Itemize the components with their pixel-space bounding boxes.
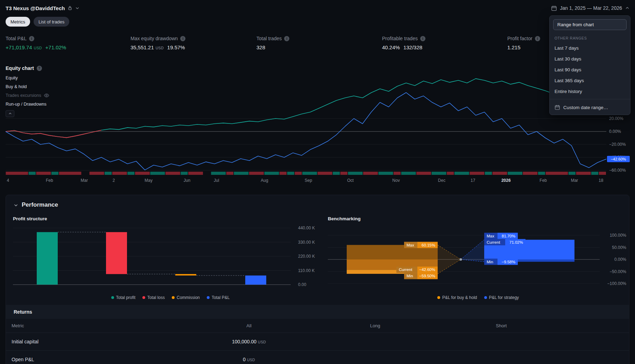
svg-text:330.00 K: 330.00 K bbox=[298, 240, 315, 245]
legend-item[interactable]: P&L for buy & hold bbox=[437, 295, 477, 300]
metric-total-trades: Total tradesi 328 bbox=[256, 36, 289, 50]
column-header: Long bbox=[324, 319, 426, 333]
range-last-90-days[interactable]: Last 90 days bbox=[550, 64, 630, 75]
page-title: T3 Nexus @DaviddTech bbox=[6, 5, 65, 11]
divider bbox=[550, 99, 630, 99]
chevron-up-icon bbox=[625, 6, 629, 10]
tab-list-of-trades[interactable]: List of trades bbox=[34, 17, 69, 27]
legend-item[interactable]: Total profit bbox=[111, 295, 135, 300]
section-title: Equity chart bbox=[6, 65, 34, 71]
strategy-selector[interactable]: T3 Nexus @DaviddTech bbox=[6, 5, 79, 11]
info-icon[interactable]: i bbox=[420, 36, 425, 41]
calendar-icon bbox=[551, 5, 557, 11]
metric-profit-factor: Profit factori 1.215 bbox=[507, 36, 540, 50]
performance-header[interactable]: Performance bbox=[6, 195, 629, 210]
lock-icon bbox=[68, 6, 72, 10]
performance-charts: Profit structure 440.00 K330.00 K220.00 … bbox=[6, 210, 629, 300]
legend-item[interactable]: Total loss bbox=[142, 295, 165, 300]
row-value bbox=[426, 336, 576, 348]
date-range-dropdown: Range from chart OTHER RANGES Last 7 day… bbox=[549, 15, 630, 115]
benchmarking-chart[interactable]: 100.00%50.00%0.00%−50.00%−100.00%Max60.1… bbox=[328, 224, 628, 292]
benchmarking-block: Benchmarking 100.00%50.00%0.00%−50.00%−1… bbox=[328, 216, 628, 300]
metric-profitable-trades: Profitable tradesi 40.24%132/328 bbox=[382, 36, 425, 50]
svg-text:Min: Min bbox=[407, 274, 413, 278]
metric-label: Profit factor bbox=[507, 36, 532, 41]
range-last-7-days[interactable]: Last 7 days bbox=[550, 43, 630, 53]
profit-structure-chart[interactable]: 440.00 K330.00 K220.00 K110.00 K0.00 bbox=[13, 224, 328, 292]
waterfall-bar[interactable] bbox=[175, 274, 196, 276]
svg-text:−100.00%: −100.00% bbox=[607, 281, 627, 286]
help-icon[interactable]: ? bbox=[37, 66, 42, 71]
svg-text:Max: Max bbox=[407, 243, 414, 247]
svg-text:Mar: Mar bbox=[571, 178, 578, 183]
range-last-365-days[interactable]: Last 365 days bbox=[550, 75, 630, 86]
metric-value: 40.24% bbox=[382, 44, 400, 50]
row-value: 100,000.00 bbox=[232, 339, 256, 344]
svg-text:Aug: Aug bbox=[261, 178, 268, 183]
eye-icon[interactable] bbox=[44, 93, 49, 98]
performance-panel: Performance Profit structure 440.00 K330… bbox=[6, 195, 629, 364]
svg-text:Sep: Sep bbox=[305, 178, 312, 183]
equity-chart[interactable]: 20.00%0.00%−20.00%−40.00%−60.00%4FebMar2… bbox=[0, 74, 635, 190]
waterfall-bar[interactable] bbox=[37, 232, 58, 285]
legend-label: Trades excursions bbox=[6, 93, 41, 98]
equity-chart-title: Equity chart ? bbox=[0, 62, 635, 74]
svg-text:Oct: Oct bbox=[347, 178, 354, 183]
svg-text:−60.00%: −60.00% bbox=[609, 168, 626, 173]
svg-text:Min: Min bbox=[487, 260, 493, 264]
legend-trades-excursions[interactable]: Trades excursions bbox=[6, 93, 49, 98]
svg-text:Current: Current bbox=[487, 240, 500, 244]
other-ranges-label: OTHER RANGES bbox=[550, 33, 630, 43]
column-header: Short bbox=[426, 319, 576, 333]
row-metric: Open P&L bbox=[6, 351, 174, 364]
metric-label: Max equity drawdown bbox=[130, 36, 178, 41]
info-icon[interactable]: i bbox=[29, 36, 34, 41]
legend-item[interactable]: P&L for strategy bbox=[484, 295, 519, 300]
svg-text:0.00%: 0.00% bbox=[614, 257, 626, 262]
svg-text:0.00: 0.00 bbox=[298, 282, 306, 287]
table-row: Initial capital 100,000.00 USD bbox=[6, 333, 629, 350]
legend-buy-hold[interactable]: Buy & hold bbox=[6, 84, 27, 90]
legend-equity[interactable]: Equity bbox=[6, 75, 18, 81]
profit-structure-legend: Total profitTotal lossCommissionTotal P&… bbox=[13, 295, 328, 300]
metric-label: Total trades bbox=[256, 36, 282, 41]
waterfall-bar[interactable] bbox=[245, 276, 266, 285]
column-header: All bbox=[174, 319, 324, 333]
metric-unit: USD bbox=[34, 46, 42, 50]
custom-date-range-label: Custom date range… bbox=[563, 105, 608, 110]
collapse-legend-button[interactable] bbox=[6, 110, 14, 117]
svg-text:−9.58%: −9.58% bbox=[502, 260, 515, 264]
waterfall-bar[interactable] bbox=[106, 232, 127, 274]
metrics-row: Total P&Li +71,019.74USD+71.02% Max equi… bbox=[0, 27, 635, 62]
metric-value: +71,019.74 bbox=[6, 44, 32, 50]
metric-total-pnl: Total P&Li +71,019.74USD+71.02% bbox=[6, 36, 66, 50]
svg-text:4: 4 bbox=[7, 178, 9, 183]
legend-label: Run-up / Drawdowns bbox=[6, 102, 47, 107]
legend-runup-drawdowns[interactable]: Run-up / Drawdowns bbox=[6, 101, 47, 107]
range-entire-history[interactable]: Entire history bbox=[550, 86, 630, 97]
svg-text:2026: 2026 bbox=[501, 178, 511, 183]
date-range-button[interactable]: Jan 1, 2025 — Mar 22, 2026 bbox=[551, 5, 629, 11]
svg-text:Feb: Feb bbox=[539, 178, 547, 183]
metric-value: 1.215 bbox=[507, 44, 521, 50]
metric-label: Total P&L bbox=[6, 36, 27, 41]
metric-secondary-value: +71.02% bbox=[45, 44, 66, 50]
gridlines: 20.00%0.00%−20.00%−40.00%−60.00% bbox=[6, 116, 626, 173]
custom-date-range-option[interactable]: Custom date range… bbox=[550, 101, 630, 113]
range-from-chart-option[interactable]: Range from chart bbox=[553, 19, 627, 30]
svg-text:Jul: Jul bbox=[214, 178, 219, 183]
legend-item[interactable]: Commission bbox=[172, 295, 200, 300]
row-value: 0 bbox=[243, 357, 246, 362]
calendar-icon bbox=[555, 105, 560, 110]
info-icon[interactable]: i bbox=[180, 36, 185, 41]
row-metric: Initial capital bbox=[6, 333, 174, 350]
svg-text:20.00%: 20.00% bbox=[609, 116, 623, 121]
equity-line-below-initial bbox=[6, 130, 101, 137]
info-icon[interactable]: i bbox=[284, 36, 289, 41]
info-icon[interactable]: i bbox=[535, 36, 540, 41]
svg-text:220.00 K: 220.00 K bbox=[298, 254, 315, 259]
legend-item[interactable]: Total P&L bbox=[207, 295, 230, 300]
profit-structure-block: Profit structure 440.00 K330.00 K220.00 … bbox=[13, 216, 328, 300]
tab-metrics[interactable]: Metrics bbox=[6, 17, 30, 27]
range-last-30-days[interactable]: Last 30 days bbox=[550, 53, 630, 64]
